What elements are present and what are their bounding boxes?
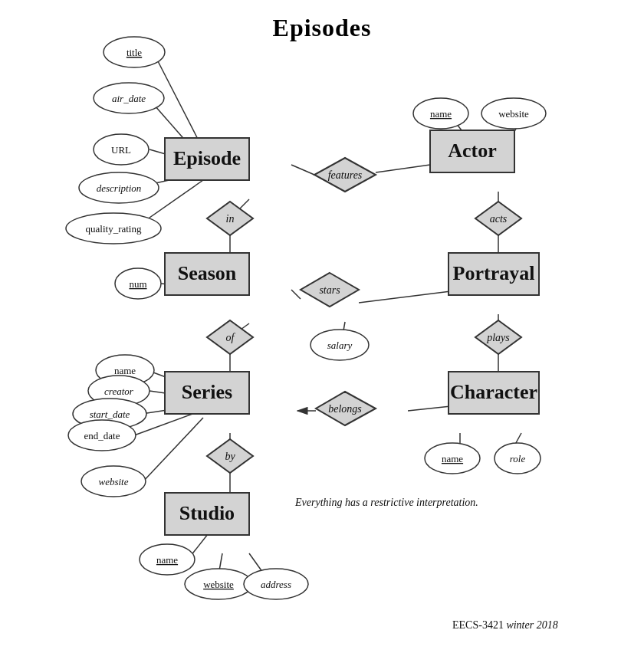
attr-episode-title-text: title (127, 47, 142, 58)
portrayal-label: Portrayal (453, 262, 535, 284)
attr-series-creator-text: creator (104, 386, 134, 397)
svg-line-21 (142, 418, 203, 483)
attr-series-name-text: name (114, 365, 136, 376)
attr-episode-description-text: description (97, 182, 142, 194)
attr-season-num-text: num (129, 278, 146, 290)
by-label: by (225, 451, 235, 462)
attr-character-role-text: role (510, 453, 526, 464)
belongs-label: belongs (328, 403, 362, 415)
attr-studio-name-text: name (156, 554, 178, 566)
footnote: Everything has a restrictive interpretat… (294, 497, 478, 508)
studio-label: Studio (179, 502, 235, 524)
svg-line-10 (291, 165, 314, 175)
attr-character-name-text: name (442, 453, 463, 464)
attr-episode-airdate-text: air_date (112, 93, 146, 104)
attr-studio-website-text: website (203, 579, 234, 590)
attr-series-startdate-text: start_date (90, 409, 130, 420)
acts-label: acts (490, 213, 508, 225)
episode-label: Episode (173, 147, 241, 169)
character-label: Character (450, 381, 537, 403)
attr-stars-salary-text: salary (327, 340, 353, 351)
attr-series-enddate-text: end_date (84, 430, 120, 441)
series-label: Series (182, 381, 232, 403)
in-label: in (226, 213, 235, 225)
svg-line-33 (408, 406, 451, 411)
svg-line-2 (157, 60, 203, 149)
course-label: EECS-3421 winter 2018 (452, 619, 558, 631)
stars-label: stars (319, 284, 340, 296)
attr-episode-quality-text: quality_rating (86, 223, 142, 235)
attr-actor-name-text: name (430, 108, 452, 120)
svg-line-12 (291, 290, 301, 299)
season-label: Season (178, 262, 237, 284)
attr-episode-url-text: URL (111, 144, 131, 156)
plays-label: plays (486, 332, 510, 343)
er-diagram: Episode Season Series Studio Actor Portr… (0, 0, 644, 653)
attr-studio-address-text: address (261, 579, 291, 590)
svg-line-11 (376, 165, 430, 172)
svg-line-13 (359, 291, 451, 303)
attr-series-website-text: website (99, 476, 129, 487)
features-label: features (328, 169, 363, 181)
attr-actor-website-text: website (498, 108, 529, 120)
actor-label: Actor (448, 139, 497, 162)
